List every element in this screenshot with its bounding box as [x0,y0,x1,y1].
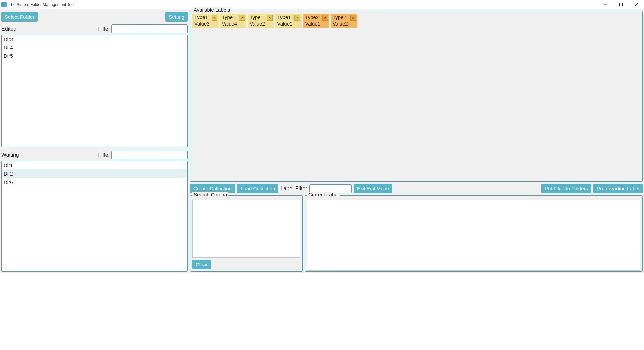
tag-close-icon[interactable]: × [212,15,217,21]
label-tag-text: Type2Value2 [333,14,348,27]
list-item[interactable]: Dir5 [2,52,187,60]
edited-header: Edited Filter [1,24,188,35]
setting-button[interactable]: Setting [165,12,188,22]
available-labels-legend: Available Labels [192,7,231,13]
waiting-listbox[interactable]: Dir1Dir2Dir6 [1,161,188,272]
label-tag-text: Type1Value3 [194,14,210,27]
svg-rect-1 [620,3,623,6]
label-tag[interactable]: Type1Value2× [248,14,274,28]
label-filter-label: Label Filter [280,186,307,192]
list-item[interactable]: Dir2 [2,169,187,178]
clear-button[interactable]: Clear [192,260,211,269]
left-column: Select Folder Setting Edited Filter Dir3… [1,11,188,272]
label-tag-text: Type1Value1 [277,14,293,27]
minimize-button[interactable] [598,0,613,9]
waiting-header: Waiting Filter [1,150,188,161]
current-label-legend: Current Label [307,192,340,197]
label-tag-text: Type2Value1 [305,14,320,27]
available-labels-flow: Type1Value3×Type1Value4×Type1Value2×Type… [192,14,640,28]
right-column: Available Labels Type1Value3×Type1Value4… [190,11,643,272]
tag-close-icon[interactable]: × [267,15,273,21]
available-labels-panel: Available Labels Type1Value3×Type1Value4… [190,11,643,182]
list-item[interactable]: Dir1 [2,161,187,169]
select-folder-button[interactable]: Select Folder [1,12,38,22]
label-tag[interactable]: Type1Value1× [275,14,302,28]
close-button[interactable] [629,0,644,9]
minimize-icon [604,3,607,6]
exit-edit-mode-button[interactable]: Exit Edit Mode [354,184,393,193]
maximize-icon [619,3,623,6]
edited-filter-input[interactable] [111,24,188,33]
label-tag[interactable]: Type2Value2× [331,14,357,28]
label-tag[interactable]: Type1Value4× [220,14,247,28]
waiting-filter-label: Filter [98,152,110,158]
label-tag[interactable]: Type1Value3× [192,14,219,28]
edited-listbox[interactable]: Dir3Dir4Dir5 [1,35,188,147]
label-tag-text: Type1Value4 [222,14,237,27]
window-title: The Simple Folder Management Tool [9,2,598,7]
app-body: Select Folder Setting Edited Filter Dir3… [0,9,644,273]
current-label-panel: Current Label [305,195,643,272]
search-criteria-legend: Search Criteria [192,192,228,197]
right-toolbar: Create Collection Load Collection Label … [190,182,643,195]
proofreading-button[interactable]: Proofreading Label [593,184,643,193]
label-tag[interactable]: Type2Value1× [303,14,329,28]
label-tag-text: Type1Value2 [250,14,265,27]
maximize-button[interactable] [613,0,629,9]
tag-close-icon[interactable]: × [239,15,245,21]
window-titlebar: The Simple Folder Management Tool [0,0,644,9]
search-criteria-panel: Search Criteria Clear [190,195,303,272]
waiting-label: Waiting [1,152,19,158]
tag-close-icon[interactable]: × [294,15,300,21]
list-item[interactable]: Dir4 [2,43,187,52]
bottom-panels: Search Criteria Clear Current Label [190,195,643,272]
left-top-toolbar: Select Folder Setting [1,11,188,24]
list-item[interactable]: Dir6 [2,178,187,186]
edited-label: Edited [1,26,16,32]
tag-close-icon[interactable]: × [350,15,356,21]
close-icon [635,3,638,6]
current-label-body [307,200,640,271]
waiting-filter-input[interactable] [111,151,188,159]
window-controls [598,0,644,9]
edited-filter-label: Filter [98,26,110,32]
tag-close-icon[interactable]: × [322,15,328,21]
load-collection-button[interactable]: Load Collection [237,184,278,193]
list-item[interactable]: Dir3 [2,35,187,43]
search-criteria-body [192,200,300,258]
put-files-button[interactable]: Put Files In Folders [541,184,591,193]
app-icon [1,2,7,7]
